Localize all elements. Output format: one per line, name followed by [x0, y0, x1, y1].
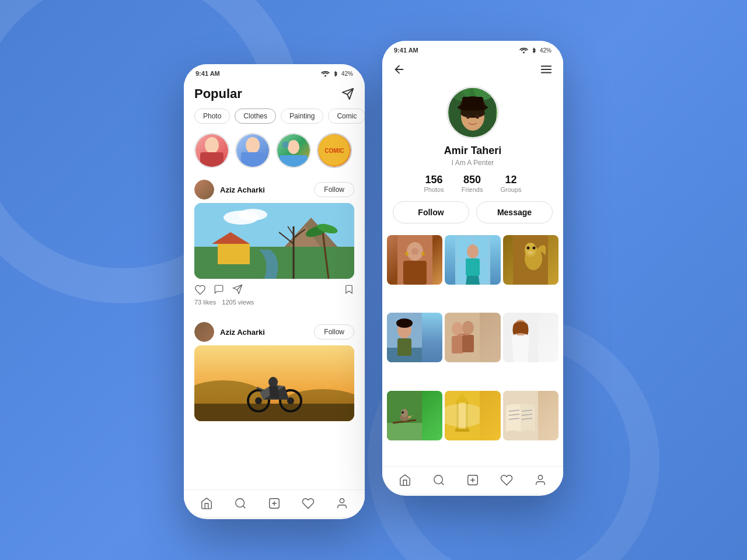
profile-nav-icon-right[interactable]	[534, 474, 547, 487]
post-card-2: Aziz Acharki Follow	[184, 316, 365, 421]
profile-section: Amir Taheri I Am A Penter 156 Photos 850…	[382, 80, 563, 230]
grid-item-6[interactable]	[503, 313, 558, 362]
svg-point-31	[255, 397, 262, 404]
grid-item-5[interactable]	[445, 313, 500, 362]
profile-stats: 156 Photos 850 Friends 12 Groups	[424, 174, 521, 193]
svg-point-0	[324, 75, 326, 76]
cat-comic[interactable]: Comic	[328, 108, 365, 124]
svg-point-71	[525, 243, 536, 257]
svg-rect-68	[466, 258, 480, 276]
status-bar-right: 9:41 AM 42%	[382, 41, 563, 57]
profile-nav-icon-left[interactable]	[336, 497, 348, 510]
grid-img-8	[445, 391, 480, 440]
follow-btn-1[interactable]: Follow	[314, 182, 354, 197]
grid-img-1	[397, 235, 432, 285]
grid-item-3[interactable]	[503, 235, 558, 285]
send-icon[interactable]	[341, 88, 354, 100]
stories-row: COMIC	[184, 128, 365, 174]
status-icons-right: 42%	[519, 47, 551, 54]
svg-point-112	[538, 475, 542, 480]
username-1: Aziz Acharki	[220, 186, 265, 194]
story-3[interactable]	[276, 133, 311, 168]
status-icons-left: 42%	[321, 71, 353, 77]
feed: Aziz Acharki Follow	[184, 174, 365, 489]
home-nav-icon-left[interactable]	[200, 497, 213, 510]
svg-point-1	[205, 137, 219, 153]
grid-item-4[interactable]	[387, 313, 442, 362]
cat-photo[interactable]: Photo	[194, 108, 230, 124]
svg-rect-96	[455, 429, 469, 432]
svg-point-74	[528, 251, 533, 254]
username-2: Aziz Acharki	[220, 328, 265, 337]
cat-painting[interactable]: Painting	[281, 108, 323, 124]
painting-svg	[194, 203, 354, 279]
menu-icon[interactable]	[540, 63, 553, 76]
left-phone: 9:41 AM 42% Popular	[184, 64, 365, 519]
grid-img-6	[503, 313, 538, 362]
home-nav-icon-right[interactable]	[399, 474, 411, 487]
back-icon[interactable]	[393, 63, 406, 76]
photos-stat: 156 Photos	[424, 174, 444, 193]
bluetooth-icon	[332, 71, 339, 77]
svg-point-107	[434, 475, 443, 484]
battery-left: 42%	[341, 71, 353, 77]
search-nav-icon-right[interactable]	[432, 474, 445, 487]
svg-point-67	[467, 244, 479, 258]
grid-item-8[interactable]	[445, 391, 500, 440]
grid-img-3	[513, 235, 548, 285]
svg-rect-79	[397, 338, 411, 356]
photos-count: 156	[424, 174, 444, 186]
grid-img-4	[387, 313, 422, 362]
svg-line-108	[441, 482, 444, 485]
follow-button[interactable]: Follow	[393, 201, 469, 223]
grid-item-7[interactable]	[387, 391, 442, 440]
add-nav-icon-right[interactable]	[466, 474, 479, 487]
story-face-3	[277, 134, 310, 167]
like-icon-1[interactable]	[194, 284, 206, 295]
views-count: 1205 views	[222, 299, 254, 306]
heart-nav-icon-right[interactable]	[500, 474, 513, 487]
friends-label: Friends	[462, 186, 483, 193]
svg-rect-29	[194, 404, 354, 421]
bluetooth-icon-right	[530, 47, 537, 54]
follow-btn-2[interactable]: Follow	[314, 324, 354, 340]
svg-rect-7	[280, 155, 308, 167]
photo-grid	[382, 230, 563, 466]
comment-icon-1[interactable]	[213, 284, 225, 295]
svg-point-8	[282, 141, 289, 148]
grid-img-7	[387, 391, 422, 440]
search-nav-icon-left[interactable]	[234, 497, 247, 510]
share-icon-1[interactable]	[232, 284, 243, 295]
svg-point-35	[236, 499, 245, 508]
story-1[interactable]	[194, 133, 229, 168]
right-bottom-nav	[382, 466, 563, 494]
grid-item-1[interactable]	[387, 235, 442, 285]
svg-point-92	[402, 411, 404, 414]
heart-nav-icon-left[interactable]	[302, 497, 315, 510]
svg-rect-59	[403, 261, 427, 285]
svg-line-36	[243, 506, 245, 508]
svg-point-60	[411, 248, 418, 255]
grid-item-9[interactable]	[503, 391, 558, 440]
svg-point-56	[476, 115, 479, 119]
svg-point-61	[405, 252, 409, 256]
svg-point-3	[246, 137, 260, 153]
post-user-1: Aziz Acharki	[194, 180, 265, 200]
story-4[interactable]: COMIC	[317, 133, 352, 168]
svg-point-83	[462, 321, 474, 335]
svg-point-13	[238, 209, 267, 220]
message-button[interactable]: Message	[476, 201, 553, 223]
profile-avatar-bg	[448, 88, 497, 137]
cat-clothes[interactable]: Clothes	[235, 108, 276, 124]
bookmark-icon-1[interactable]	[344, 284, 354, 295]
status-bar-left: 9:41 AM 42%	[184, 64, 365, 80]
story-face-1	[200, 135, 224, 167]
profile-name: Amir Taheri	[444, 145, 502, 157]
grid-item-2[interactable]	[445, 235, 500, 285]
categories-row: Photo Clothes Painting Comic	[184, 106, 365, 128]
story-2[interactable]	[235, 133, 270, 168]
friends-count: 850	[462, 174, 483, 186]
post-image-2	[194, 345, 354, 421]
post-header-2: Aziz Acharki Follow	[184, 316, 365, 345]
add-nav-icon-left[interactable]	[268, 497, 281, 510]
